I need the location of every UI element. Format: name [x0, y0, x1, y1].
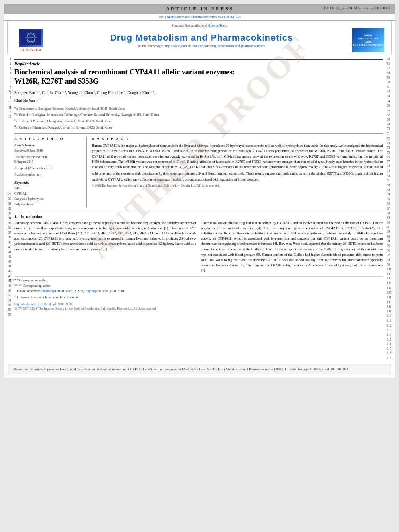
footnote-dstar: ** ** Corresponding author.: [14, 283, 383, 289]
article-body: AUTHOR PROOF Regular Article Biochemical…: [11, 56, 386, 361]
title-line2: W126R, K276T and S353G: [14, 77, 99, 85]
aip-bar: ARTICLE IN PRESS DMPK132_proof ■ 24 Sept…: [4, 4, 395, 14]
authors-section: Q7 Songhee Han a, 1, Gun-Su Cha b, 1, Yo…: [14, 90, 383, 104]
doi-line: http://dx.doi.org/10.1016/j.dmpk.2016.09…: [14, 302, 383, 306]
journal-header-top: Contents lists available at ScienceDirec…: [8, 21, 391, 54]
keywords-label: Keywords:: [14, 181, 82, 185]
keyword-2: CYP4A11: [14, 191, 82, 197]
article-type: Regular Article: [14, 59, 383, 66]
email-link2[interactable]: chyun@jnu.ac.kr: [86, 289, 108, 293]
left-line-numbers: 1 2 3 4 5 6 7 8 9 10 11 12 13 14 15 16 1…: [4, 56, 11, 361]
available-text: Available online xxx: [14, 173, 82, 177]
journal-center: Drug Metabolism and Pharmacokinetics jou…: [51, 33, 352, 48]
abstract-paragraph: Human CYP4A11 is the major ω–hydroxylase…: [92, 143, 383, 182]
elsevier-logo: ELSEVIER: [15, 29, 47, 52]
journal-link-strip: Drug Metabolism and Pharmacokinetics xxx…: [4, 14, 395, 21]
q1-marker: Q1: [9, 105, 13, 110]
contents-label: Contents lists available at: [172, 23, 207, 27]
homepage-url[interactable]: http://www.journals.elsevier.com/drug-me…: [164, 44, 265, 48]
rs-italic: rs1126742: [359, 226, 373, 230]
doi-link[interactable]: http://dx.doi.org/10.1016/j.dmpk.2016.09…: [14, 302, 74, 306]
contents-line: Contents lists available at ScienceDirec…: [11, 23, 388, 28]
bottom-cite-text: Please cite this article in press as: Ha…: [13, 367, 348, 371]
ecoli-italic: Escherichia coli: [200, 154, 222, 158]
article-history-label: Article history:: [14, 143, 82, 147]
journal-link[interactable]: Drug Metabolism and Pharmacokinetics xxx…: [159, 15, 241, 19]
accepted-text: Accepted 12 September 2016: [14, 166, 82, 171]
article-info-col: A R T I C L E I N F O Article history: R…: [14, 137, 87, 207]
intro-right: There is no known clinical drug that is …: [201, 220, 383, 273]
affiliation-c: c c College of Pharmacy, Chung-Ang Unive…: [14, 118, 383, 124]
journal-header-box: Contents lists available at ScienceDirec…: [7, 21, 392, 54]
footnotes: Q23 * * Corresponding author. ** ** Corr…: [14, 276, 383, 300]
elsevier-text: ELSEVIER: [20, 48, 42, 52]
q23-marker: Q23: [9, 278, 14, 283]
proof-info: DMPK132_proof ■ 24 September 2016 ■ 1/6: [324, 6, 390, 10]
keywords-list: P450 CYP4A11 Fatty acid hydroxylase Poly…: [14, 185, 82, 207]
keyword-3: Fatty acid hydroxylase: [14, 196, 82, 202]
page: ARTICLE IN PRESS DMPK132_proof ■ 24 Sept…: [4, 4, 395, 378]
two-col-section: A R T I C L E I N F O Article history: R…: [14, 133, 383, 207]
received-text: Received 9 June 2016: [14, 148, 82, 153]
intro-left-text: Human cytochrome P450 (P450, CYP) enzyme…: [14, 220, 196, 252]
email-link1[interactable]: donghak@konkuk.ac.kr: [41, 289, 72, 293]
footnote-1: 1 1 These authors contributed equally to…: [14, 294, 383, 300]
abstract-header: A B S T R A C T: [92, 137, 383, 141]
intro-section: 1. Introduction Human cytochrome P450 (P…: [14, 212, 383, 273]
abstract-text: Human CYP4A11 is the major ω–hydroxylase…: [92, 143, 383, 182]
journal-title-row: ELSEVIER Drug Metabolism and Pharmacokin…: [11, 28, 388, 52]
intro-two-col: Human cytochrome P450 (P450, CYP) enzyme…: [14, 220, 383, 273]
title-line1: Biochemical analysis of recombinant CYP4…: [14, 68, 234, 76]
intro-right-text: There is no known clinical drug that is …: [201, 220, 383, 273]
copyright-line: © 2016 The Japanese Society for the Stud…: [92, 184, 383, 187]
issn-line: 1347-4367/© 2016 The Japanese Society fo…: [14, 307, 383, 310]
q7-marker: Q7: [9, 90, 13, 93]
journal-homepage: journal homepage: http://www.journals.el…: [51, 44, 352, 48]
intro-left: Human cytochrome P450 (P450, CYP) enzyme…: [14, 220, 196, 273]
affiliations: Q1 a a Department of Biological Sciences…: [14, 105, 383, 130]
main-layout: 1 2 3 4 5 6 7 8 9 10 11 12 13 14 15 16 1…: [4, 56, 395, 361]
bottom-citation-bar: Please cite this article in press as: Ha…: [8, 364, 391, 375]
aip-title: ARTICLE IN PRESS: [166, 6, 233, 12]
affiliation-b: b b School of Biological Sciences and Te…: [14, 111, 383, 117]
abstract-col: A B S T R A C T Human CYP4A11 is the maj…: [92, 137, 383, 207]
affiliation-a: a a Department of Biological Sciences, K…: [14, 105, 383, 111]
keyword-4: Polymorphism: [14, 202, 82, 207]
affiliation-d: d d College of Pharmacy, Dongguk Univers…: [14, 124, 383, 130]
email-label: E-mail addresses:: [17, 289, 40, 293]
authors-line1: Songhee Han a, 1, Gun-Su Cha b, 1, Young…: [14, 90, 383, 96]
ecoli-abbr-italic: E. coli: [176, 160, 185, 164]
article-title: Biochemical analysis of recombinant CYP4…: [14, 68, 383, 86]
intro-section-number: 1. Introduction: [14, 214, 383, 219]
article-info-header: A R T I C L E I N F O: [14, 137, 82, 141]
journal-title: Drug Metabolism and Pharmacokinetics: [51, 33, 352, 43]
right-line-numbers: 55 56 57 58 59 60 61 62 63 64 65 66 67 6…: [386, 56, 395, 361]
revised-text: Received in revised form 9 August 2016: [14, 155, 82, 164]
elsevier-logo-image: [19, 29, 43, 47]
intro-section-title: Introduction: [21, 214, 42, 219]
footnote-email: E-mail addresses: donghak@konkuk.ac.kr (…: [14, 289, 383, 294]
journal-logo-right: DRUG METABOLISM AND PHARMACOKINETICS: [352, 28, 384, 52]
footnote-star: * * Corresponding author.: [14, 278, 383, 283]
keyword-1: P450: [14, 185, 82, 191]
sciencedirect-link[interactable]: ScienceDirect: [208, 23, 227, 27]
authors-line2: Chul-Ho Yun b, **: [14, 97, 383, 103]
